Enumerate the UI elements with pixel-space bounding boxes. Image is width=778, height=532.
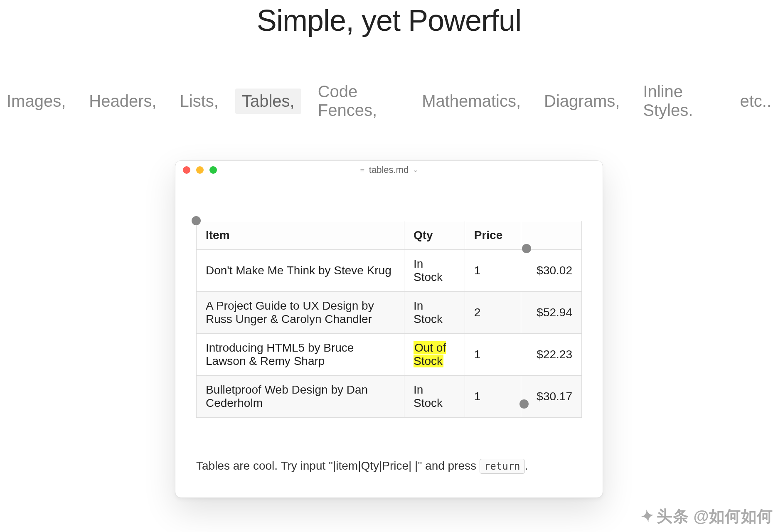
tab-codefences[interactable]: Code Fences,: [311, 79, 405, 123]
cell-qty[interactable]: In Stock: [404, 376, 465, 418]
filename-label: tables.md: [369, 165, 409, 175]
cell-price[interactable]: $30.17: [521, 376, 582, 418]
keycap-return: return: [480, 459, 525, 474]
cell-item[interactable]: Bulletproof Web Design by Dan Cederholm: [197, 376, 404, 418]
watermark-icon: ✦: [640, 506, 655, 526]
cell-count[interactable]: 2: [465, 292, 521, 334]
chevron-down-icon: ⌄: [413, 166, 418, 174]
tab-inlinestyles[interactable]: Inline Styles.: [636, 79, 723, 123]
highlight: Out of Stock: [414, 341, 446, 367]
page-title: Simple, yet Powerful: [0, 3, 778, 37]
cell-price[interactable]: $22.23: [521, 334, 582, 376]
tab-tables[interactable]: Tables,: [235, 89, 301, 114]
hint-prefix: Tables are cool. Try input "|item|Qty|Pr…: [196, 459, 480, 472]
hint-suffix: .: [525, 459, 528, 472]
table-header[interactable]: Qty: [404, 221, 465, 250]
tab-images[interactable]: Images,: [0, 89, 72, 114]
tab-lists[interactable]: Lists,: [173, 89, 225, 114]
cell-item[interactable]: Don't Make Me Think by Steve Krug: [197, 250, 404, 292]
minimize-icon[interactable]: [196, 166, 204, 174]
cell-count[interactable]: 1: [465, 376, 521, 418]
cell-price[interactable]: $52.94: [521, 292, 582, 334]
watermark-text: 头条 @如何如何: [657, 507, 773, 525]
table-header[interactable]: Item: [197, 221, 404, 250]
cell-count[interactable]: 1: [465, 334, 521, 376]
watermark: ✦头条 @如何如何: [641, 506, 773, 527]
cell-qty[interactable]: In Stock: [404, 250, 465, 292]
close-icon[interactable]: [183, 166, 190, 174]
editor-window: ≣ tables.md ⌄ ItemQtyPrice Don't Make Me…: [175, 160, 603, 498]
cell-price[interactable]: $30.02: [521, 250, 582, 292]
file-icon: ≣: [360, 167, 365, 173]
cell-item[interactable]: Introducing HTML5 by Bruce Lawson & Remy…: [197, 334, 404, 376]
table-handle-icon[interactable]: [519, 399, 529, 409]
table-row[interactable]: A Project Guide to UX Design by Russ Ung…: [197, 292, 582, 334]
window-titlebar: ≣ tables.md ⌄: [175, 161, 603, 179]
window-title[interactable]: ≣ tables.md ⌄: [360, 165, 418, 175]
table-handle-icon[interactable]: [192, 216, 201, 225]
traffic-lights: [183, 166, 217, 174]
tab-mathematics[interactable]: Mathematics,: [415, 89, 527, 114]
cell-qty[interactable]: In Stock: [404, 292, 465, 334]
zoom-icon[interactable]: [209, 166, 217, 174]
table-row[interactable]: Don't Make Me Think by Steve KrugIn Stoc…: [197, 250, 582, 292]
feature-tabs: Images,Headers,Lists,Tables,Code Fences,…: [0, 79, 778, 123]
table-wrapper: ItemQtyPrice Don't Make Me Think by Stev…: [196, 221, 582, 418]
tab-etc[interactable]: etc..: [733, 89, 778, 114]
table-row[interactable]: Introducing HTML5 by Bruce Lawson & Remy…: [197, 334, 582, 376]
cell-qty[interactable]: Out of Stock: [404, 334, 465, 376]
table-handle-icon[interactable]: [522, 244, 531, 253]
table-row[interactable]: Bulletproof Web Design by Dan CederholmI…: [197, 376, 582, 418]
tab-diagrams[interactable]: Diagrams,: [537, 89, 626, 114]
cell-count[interactable]: 1: [465, 250, 521, 292]
editor-content[interactable]: ItemQtyPrice Don't Make Me Think by Stev…: [175, 179, 603, 498]
cell-item[interactable]: A Project Guide to UX Design by Russ Ung…: [197, 292, 404, 334]
tab-headers[interactable]: Headers,: [82, 89, 163, 114]
hint-text: Tables are cool. Try input "|item|Qty|Pr…: [196, 459, 582, 473]
table-header[interactable]: Price: [465, 221, 521, 250]
